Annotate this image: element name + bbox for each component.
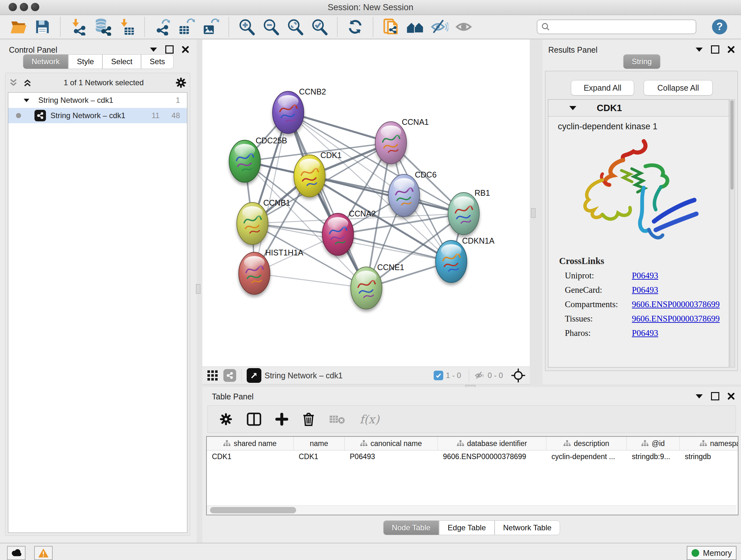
refresh-button[interactable] <box>345 17 365 37</box>
network-edge[interactable] <box>254 273 366 288</box>
zoom-fit-button[interactable] <box>285 17 305 37</box>
column-header-name[interactable]: name <box>293 437 345 450</box>
panel-menu-icon[interactable] <box>696 48 703 52</box>
tab-style[interactable]: Style <box>68 54 103 69</box>
collection-expand-icon[interactable] <box>23 99 29 102</box>
network-node-CCNB2[interactable] <box>273 91 304 133</box>
collapse-all-button[interactable]: Collapse All <box>644 80 713 96</box>
right-splitter-handle[interactable] <box>531 208 536 218</box>
network-node-CDKN1A[interactable] <box>435 240 467 283</box>
network-view-mode-icon[interactable] <box>223 369 236 382</box>
birdseye-view-button[interactable] <box>247 368 261 383</box>
left-splitter-handle[interactable] <box>196 284 200 294</box>
export-table-button[interactable] <box>177 17 197 37</box>
table-tab-edge-table[interactable]: Edge Table <box>439 520 495 535</box>
table-cell[interactable]: cyclin-dependent ... <box>546 450 627 464</box>
zoom-out-button[interactable] <box>261 17 281 37</box>
table-cell[interactable]: 9606.ENSP00000378699 <box>438 450 546 464</box>
memory-button[interactable]: Memory <box>687 546 737 560</box>
warnings-button[interactable] <box>34 546 53 560</box>
clone-network-button[interactable] <box>381 17 401 37</box>
open-session-button[interactable] <box>8 17 28 37</box>
crosslink-value-link[interactable]: 9606.ENSP00000378699 <box>632 314 720 324</box>
network-node-CCNE1[interactable] <box>351 267 382 309</box>
tab-network[interactable]: Network <box>23 54 68 69</box>
crosslink-value-link[interactable]: 9606.ENSP00000378699 <box>632 300 720 309</box>
cloud-status-button[interactable] <box>7 546 25 560</box>
search-input[interactable] <box>553 22 692 32</box>
expand-all-chevron-icon[interactable] <box>23 78 32 87</box>
network-node-CDC6[interactable] <box>388 174 420 216</box>
hide-selected-button[interactable] <box>429 17 449 37</box>
expand-all-button[interactable]: Expand All <box>571 80 634 96</box>
table-tab-network-table[interactable]: Network Table <box>495 520 560 535</box>
table-cell[interactable]: stringdb <box>680 450 738 464</box>
import-table-file-button[interactable] <box>117 17 137 37</box>
network-options-gear-icon[interactable] <box>175 77 187 88</box>
crosslink-value-link[interactable]: P06493 <box>632 271 658 281</box>
toolbar-search-box[interactable] <box>537 19 696 34</box>
network-node-CDK1[interactable] <box>294 155 325 197</box>
tab-sets[interactable]: Sets <box>141 54 174 69</box>
results-tab-string[interactable]: String <box>623 54 661 69</box>
network-edge[interactable] <box>288 112 366 288</box>
table-options-gear-icon[interactable] <box>219 413 232 426</box>
import-network-database-button[interactable] <box>92 17 112 37</box>
network-node-CDC25B[interactable] <box>229 140 260 182</box>
panel-float-icon[interactable] <box>711 392 719 400</box>
collapse-entry-icon[interactable] <box>569 106 576 110</box>
table-cell[interactable]: P06493 <box>345 450 438 464</box>
network-graph[interactable]: CCNB2CCNA1CDC25BCDK1CDC6RB1CCNB1CCNA2CDK… <box>202 40 530 367</box>
network-collection-row[interactable]: String Network – cdk1 1 <box>8 92 187 108</box>
column-header-namespace[interactable]: namespace <box>680 437 738 450</box>
export-image-button[interactable] <box>201 17 221 37</box>
column-header-description[interactable]: description <box>546 437 627 450</box>
results-scrollbar[interactable] <box>730 99 735 368</box>
fit-crosshair-icon[interactable] <box>511 368 525 382</box>
selected-checkbox-icon[interactable] <box>434 371 443 380</box>
create-column-plus-icon[interactable] <box>275 413 288 426</box>
network-node-CCNB1[interactable] <box>237 202 268 245</box>
network-node-CCNA2[interactable] <box>322 213 354 255</box>
panel-close-icon[interactable] <box>728 46 735 53</box>
import-network-file-button[interactable] <box>68 17 88 37</box>
help-button[interactable]: ? <box>710 17 730 37</box>
network-node-RB1[interactable] <box>448 192 479 235</box>
table-horizontal-scrollbar[interactable] <box>207 505 737 515</box>
save-session-button[interactable] <box>32 17 52 37</box>
show-columns-icon[interactable] <box>247 413 261 426</box>
tab-select[interactable]: Select <box>103 54 141 69</box>
zoom-in-button[interactable] <box>237 17 257 37</box>
panel-close-icon[interactable] <box>182 46 189 53</box>
network-row-selected[interactable]: String Network – cdk1 11 48 <box>8 108 187 123</box>
crosslink-value-link[interactable]: P06493 <box>632 328 658 338</box>
show-all-networks-button[interactable] <box>405 17 425 37</box>
network-view-canvas[interactable]: CCNB2CCNA1CDC25BCDK1CDC6RB1CCNB1CCNA2CDK… <box>202 40 530 367</box>
crosslink-value-link[interactable]: P06493 <box>632 285 658 295</box>
table-row[interactable]: CDK1CDK1P064939606.ENSP00000378699cyclin… <box>207 450 738 464</box>
table-cell[interactable]: CDK1 <box>293 450 345 464</box>
panel-menu-icon[interactable] <box>696 394 703 398</box>
table-cell[interactable]: stringdb:9... <box>627 450 680 464</box>
panel-float-icon[interactable] <box>711 45 719 54</box>
delete-column-trash-icon[interactable] <box>302 412 315 426</box>
network-node-HIST1H1A[interactable] <box>239 252 270 294</box>
network-node-CCNA1[interactable] <box>375 122 407 164</box>
column-header-shared-name[interactable]: shared name <box>207 437 293 450</box>
grid-view-icon[interactable] <box>207 370 218 381</box>
column-header-canonical-name[interactable]: canonical name <box>345 437 438 450</box>
show-hidden-button[interactable] <box>454 17 474 37</box>
collapse-all-chevron-icon[interactable] <box>9 78 18 87</box>
panel-close-icon[interactable] <box>728 393 735 400</box>
zoom-selected-button[interactable] <box>310 17 329 37</box>
panel-menu-icon[interactable] <box>150 48 157 52</box>
column-header-label: canonical name <box>370 439 422 448</box>
network-edge[interactable] <box>310 176 464 213</box>
panel-float-icon[interactable] <box>165 45 174 54</box>
column-header-database-identifier[interactable]: database identifier <box>438 437 546 450</box>
node-result-header[interactable]: CDK1 <box>548 100 729 117</box>
export-network-button[interactable] <box>152 17 172 37</box>
table-cell[interactable]: CDK1 <box>207 450 293 464</box>
column-header-@id[interactable]: @id <box>627 437 680 450</box>
table-tab-node-table[interactable]: Node Table <box>383 520 439 535</box>
